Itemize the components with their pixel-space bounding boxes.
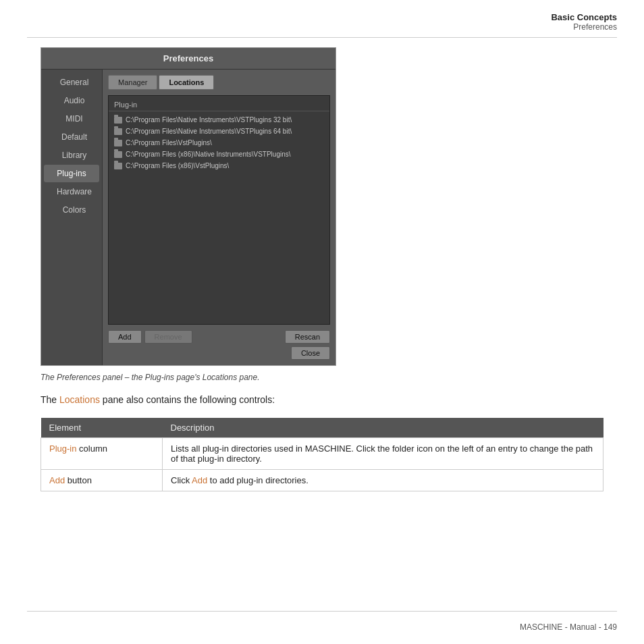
add-link[interactable]: Add (49, 475, 65, 485)
add-button[interactable]: Add (108, 330, 142, 344)
nav-plugins[interactable]: Plug-ins (44, 165, 99, 182)
sidebar: General Audio MIDI Default Library Plug-… (41, 70, 102, 365)
main-content: Preferences General Audio MIDI Default L… (41, 47, 603, 512)
list-item: C:\Program Files\VstPlugins\ (109, 137, 329, 149)
rescan-button[interactable]: Rescan (285, 330, 330, 344)
folder-icon (114, 128, 122, 135)
element-cell-2: Add button (41, 470, 163, 491)
close-button[interactable]: Close (291, 346, 330, 360)
col-header-element: Element (41, 418, 163, 438)
plugin-list-header: Plug-in (109, 99, 329, 111)
plugin-path-1: C:\Program Files\Native Instruments\VSTP… (126, 116, 292, 124)
list-item: C:\Program Files (x86)\Native Instrument… (109, 149, 329, 160)
nav-general[interactable]: General (44, 74, 105, 91)
body-text-before: The (41, 394, 59, 405)
tab-locations[interactable]: Locations (159, 75, 214, 90)
list-item: C:\Program Files\Native Instruments\VSTP… (109, 114, 329, 126)
folder-icon (114, 151, 122, 158)
table-row: Add button Click Add to add plug-in dire… (41, 470, 603, 491)
description-table: Element Description Plug-in column Lists… (41, 418, 603, 491)
element-label-2: button (68, 475, 92, 485)
nav-audio[interactable]: Audio (44, 92, 105, 109)
preferences-dialog: Preferences General Audio MIDI Default L… (41, 48, 336, 365)
description-cell-2: Click Add to add plug-in directories. (163, 470, 603, 491)
header-divider (27, 37, 617, 38)
col-header-description: Description (163, 418, 603, 438)
page-footer: MASCHINE - Manual - 149 (520, 622, 617, 632)
folder-icon (114, 117, 122, 124)
plugin-list-container: Plug-in C:\Program Files\Native Instrume… (108, 95, 330, 325)
screenshot-box: Preferences General Audio MIDI Default L… (41, 47, 336, 366)
section-title: Preferences (551, 22, 617, 32)
list-item: C:\Program Files (x86)\VstPlugins\ (109, 160, 329, 171)
page-header: Basic Concepts Preferences (551, 12, 617, 32)
bottom-button-row: Add Remove Rescan (108, 330, 330, 344)
list-item: C:\Program Files\Native Instruments\VSTP… (109, 126, 329, 137)
locations-link[interactable]: Locations (59, 394, 100, 405)
folder-icon (114, 163, 122, 169)
nav-colors[interactable]: Colors (44, 201, 105, 219)
nav-library[interactable]: Library (44, 146, 105, 164)
add-remove-group: Add Remove (108, 330, 192, 344)
nav-default[interactable]: Default (44, 128, 105, 146)
plugin-path-3: C:\Program Files\VstPlugins\ (126, 139, 212, 146)
body-text-after: pane also contains the following control… (100, 394, 275, 405)
chapter-title: Basic Concepts (551, 12, 617, 22)
dialog-title: Preferences (41, 48, 336, 70)
add-link-inline[interactable]: Add (192, 475, 207, 485)
footer-divider (27, 611, 617, 612)
table-row: Plug-in column Lists all plug-in directo… (41, 438, 603, 470)
screenshot-caption: The Preferences panel – the Plug-ins pag… (41, 373, 603, 382)
tab-manager[interactable]: Manager (108, 75, 157, 90)
plug-in-link[interactable]: Plug-in (49, 444, 76, 454)
element-cell-1: Plug-in column (41, 438, 163, 470)
tab-bar: Manager Locations (108, 75, 330, 90)
close-row: Close (108, 346, 330, 360)
plugin-path-2: C:\Program Files\Native Instruments\VSTP… (126, 128, 292, 135)
element-label-1: column (79, 444, 107, 454)
folder-icon (114, 140, 122, 146)
content-pane: Manager Locations Plug-in C:\Program Fil… (102, 70, 336, 365)
plugin-path-4: C:\Program Files (x86)\Native Instrument… (126, 151, 291, 158)
description-cell-1: Lists all plug-in directories used in MA… (163, 438, 603, 470)
nav-midi[interactable]: MIDI (44, 110, 105, 128)
body-text: The Locations pane also contains the fol… (41, 393, 603, 407)
plugin-path-5: C:\Program Files (x86)\VstPlugins\ (126, 162, 229, 169)
remove-button[interactable]: Remove (144, 330, 192, 344)
dialog-body: General Audio MIDI Default Library Plug-… (41, 70, 336, 365)
nav-hardware[interactable]: Hardware (44, 183, 105, 200)
